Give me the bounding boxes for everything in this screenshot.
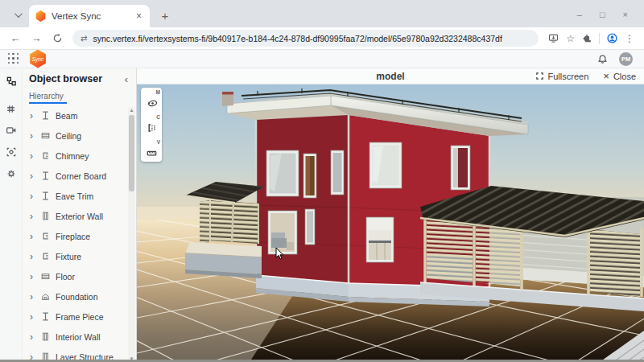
expand-chevron-icon[interactable]: › xyxy=(30,130,35,142)
tab-hierarchy[interactable]: Hierarchy xyxy=(23,89,136,105)
reload-button[interactable] xyxy=(48,30,66,47)
bookmark-star-icon[interactable]: ☆ xyxy=(566,33,575,44)
site-info-icon[interactable]: ⇄ xyxy=(80,34,87,43)
browser-toolbar: ← → ⇄ sync.vertex.fi/vertexsystems-fi/9b… xyxy=(0,27,644,50)
chimney-icon xyxy=(40,150,51,161)
fullscreen-button[interactable]: Fullscreen xyxy=(535,72,589,81)
panel-title: Object browser xyxy=(29,73,102,84)
chevron-down-icon xyxy=(14,10,22,18)
object-browser-tree-icon[interactable] xyxy=(2,72,20,90)
tree-item-interior-wall[interactable]: ›Interior Wall xyxy=(23,327,136,347)
tab-search-button[interactable] xyxy=(6,6,27,23)
measure-tool-button[interactable]: V xyxy=(143,141,159,158)
viewport-3d[interactable]: M C V xyxy=(137,84,644,362)
tree-item-foundation[interactable]: ›Foundation xyxy=(23,286,136,306)
url-text: sync.vertex.fi/vertexsystems-fi/9b40917e… xyxy=(93,34,502,43)
wall-icon xyxy=(40,211,51,221)
tree-item-exterior-wall[interactable]: ›Exterior Wall xyxy=(23,206,136,226)
tree-item-label: Fixture xyxy=(56,252,81,261)
tree-item-frame-piece[interactable]: ›Frame Piece xyxy=(23,306,136,327)
expand-chevron-icon[interactable]: › xyxy=(30,231,35,242)
foundation-icon xyxy=(40,291,51,302)
tree-item-label: Ceiling xyxy=(56,131,81,141)
sync-favicon-icon xyxy=(35,10,46,22)
app-bar: Sync PM xyxy=(0,50,644,68)
tree-item-label: Fireplace xyxy=(56,232,90,241)
tab-close-icon[interactable]: × xyxy=(134,10,143,22)
wire-railing xyxy=(523,228,588,286)
sidebar-scrollbar[interactable]: ▲ ▼ xyxy=(128,107,135,362)
left-tool-rail xyxy=(0,68,23,362)
close-viewer-button[interactable]: × Close xyxy=(603,70,636,82)
sync-logo[interactable]: Sync xyxy=(29,50,47,68)
tree-item-label: Corner Board xyxy=(56,171,106,181)
fullscreen-icon xyxy=(535,72,544,80)
expand-chevron-icon[interactable]: › xyxy=(30,150,35,162)
expand-chevron-icon[interactable]: › xyxy=(30,211,35,222)
expand-chevron-icon[interactable]: › xyxy=(30,271,35,282)
orbit-tool-button[interactable]: M xyxy=(143,91,159,109)
tree-item-label: Interior Wall xyxy=(56,332,101,342)
tree-item-chimney[interactable]: ›Chimney xyxy=(23,146,136,166)
floor-icon xyxy=(40,271,51,282)
tree-item-label: Eave Trim xyxy=(56,191,93,201)
grid-planes-icon[interactable] xyxy=(2,100,20,117)
expand-chevron-icon[interactable]: › xyxy=(30,191,35,202)
toolbar-separator xyxy=(599,33,600,44)
collapse-panel-icon[interactable]: ‹ xyxy=(125,73,128,85)
expand-chevron-icon[interactable]: › xyxy=(30,291,35,302)
tree-item-floor[interactable]: ›Floor xyxy=(23,266,136,286)
new-tab-button[interactable]: + xyxy=(155,5,175,26)
expand-chevron-icon[interactable]: › xyxy=(30,331,35,343)
camera-views-icon[interactable] xyxy=(2,121,20,139)
house-wall-left xyxy=(256,115,349,283)
user-avatar[interactable]: PM xyxy=(619,52,633,66)
install-app-icon[interactable] xyxy=(548,33,559,43)
browser-window: Vertex Sync × + – □ × ← → ⇄ sync.vertex.… xyxy=(0,0,644,362)
eave-trim-icon xyxy=(40,191,51,201)
measure-icon xyxy=(146,148,158,158)
forward-button[interactable]: → xyxy=(27,30,45,47)
ceiling-icon xyxy=(40,130,51,141)
fireplace-icon xyxy=(40,231,51,241)
fixture-icon xyxy=(40,251,51,261)
tab-title: Vertex Sync xyxy=(52,11,129,21)
browser-tab-vertex-sync[interactable]: Vertex Sync × xyxy=(29,5,150,27)
profile-icon[interactable] xyxy=(607,33,617,43)
settings-gear-icon[interactable] xyxy=(2,165,20,183)
tree-item-ceiling[interactable]: ›Ceiling xyxy=(23,125,136,146)
beam-icon xyxy=(40,110,51,121)
house-model-render xyxy=(137,84,644,362)
expand-chevron-icon[interactable]: › xyxy=(30,251,35,262)
window-close-button[interactable]: × xyxy=(623,10,628,19)
scrollbar-thumb[interactable] xyxy=(129,115,134,191)
wall-icon xyxy=(40,331,51,342)
back-button[interactable]: ← xyxy=(6,30,24,47)
tree-item-eave-trim[interactable]: ›Eave Trim xyxy=(23,186,136,206)
selection-settings-icon[interactable] xyxy=(2,143,20,161)
tree-item-fireplace[interactable]: ›Fireplace xyxy=(23,226,136,246)
extensions-icon[interactable] xyxy=(582,34,592,43)
hierarchy-tree: ›Beam ›Ceiling ›Chimney ›Corner Board ›E… xyxy=(23,105,136,362)
viewer-toolbar: M C V xyxy=(141,88,162,162)
tree-item-label: Chimney xyxy=(56,151,89,161)
expand-chevron-icon[interactable]: › xyxy=(30,311,35,323)
notifications-bell-icon[interactable] xyxy=(597,54,608,64)
model-viewer: model Fullscreen × Close xyxy=(137,68,644,362)
apps-grid-icon[interactable] xyxy=(8,53,19,64)
window-maximize-button[interactable]: □ xyxy=(600,10,605,19)
tree-item-beam[interactable]: ›Beam xyxy=(23,105,136,125)
tree-item-fixture[interactable]: ›Fixture xyxy=(23,246,136,266)
address-bar[interactable]: ⇄ sync.vertex.fi/vertexsystems-fi/9b4091… xyxy=(72,30,539,47)
tree-item-label: Foundation xyxy=(56,292,98,302)
object-browser-panel: Object browser ‹ Hierarchy ›Beam ›Ceilin… xyxy=(23,68,137,362)
expand-chevron-icon[interactable]: › xyxy=(30,171,35,182)
tree-item-corner-board[interactable]: ›Corner Board xyxy=(23,166,136,186)
viewer-header: model Fullscreen × Close xyxy=(137,68,644,84)
orbit-icon xyxy=(146,98,158,109)
browser-menu-icon[interactable]: ⋮ xyxy=(625,33,634,44)
scroll-up-icon[interactable]: ▲ xyxy=(130,107,134,113)
window-minimize-button[interactable]: – xyxy=(577,10,582,19)
expand-chevron-icon[interactable]: › xyxy=(30,110,35,121)
clip-planes-tool-button[interactable]: C xyxy=(143,116,159,134)
